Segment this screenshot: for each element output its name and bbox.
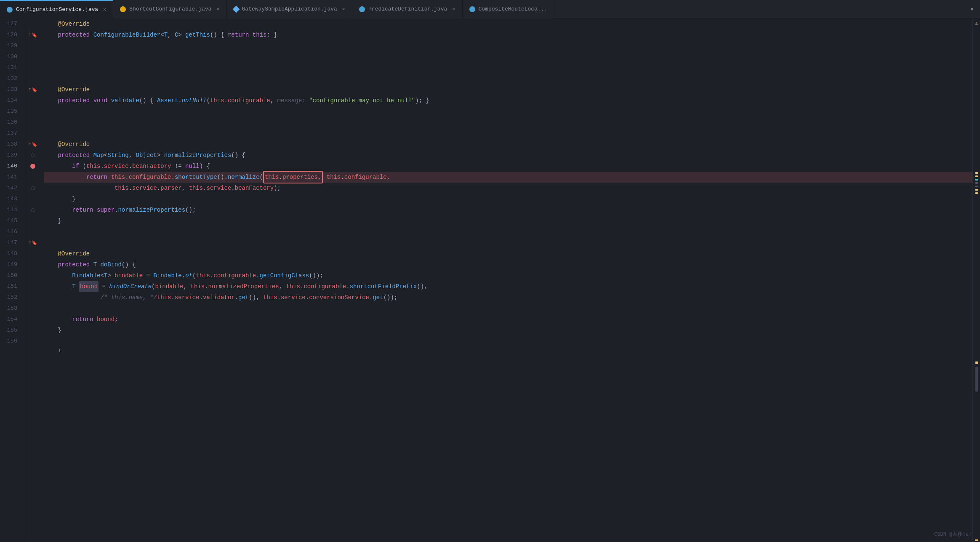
code-line-155 [44, 336, 972, 347]
type-t-148: T [93, 259, 101, 270]
spaces-150 [44, 281, 72, 292]
kw-return-140: return [86, 172, 111, 183]
scroll-indicator [975, 361, 978, 364]
ln-155: 155 [0, 325, 21, 336]
field-beanFactory-139: beanFactory [132, 161, 171, 172]
plain-close-141: ); [274, 183, 281, 194]
tab-close-config[interactable]: ✕ [103, 6, 106, 13]
indicator-2 [975, 175, 978, 177]
this2-150: this [286, 281, 300, 292]
gutter-150 [25, 270, 40, 281]
ln-142: 142 [0, 183, 21, 194]
plain-dot4-141: . [231, 183, 234, 194]
ln-147: 147 [0, 237, 21, 248]
bookmark-icon-144: ⬡ [31, 207, 35, 213]
plain-dot-151: . [171, 292, 174, 303]
tab-shortcut[interactable]: ShortcutConfigurable.java ✕ [113, 0, 226, 19]
spaces-151 [44, 292, 100, 303]
spaces-144: } [44, 215, 61, 226]
var-bound-150: bound [79, 281, 99, 292]
indicator-1 [975, 172, 978, 174]
breakpoint-140[interactable] [30, 164, 35, 169]
tab-gateway[interactable]: GatewaySampleApplication.java ✕ [227, 0, 352, 19]
ln-140: 140 [0, 161, 21, 172]
code-line-150: T bound = bindOrCreate(bindable, this.no… [44, 281, 972, 292]
gutter-140[interactable] [25, 161, 40, 172]
tab-icon-shortcut [120, 6, 126, 12]
code-line-156: └ [44, 347, 972, 358]
this2-141: this [189, 183, 203, 194]
indicator-3 [975, 179, 978, 181]
tab-overflow[interactable]: ▾ [964, 5, 980, 13]
field-configurable-133: configurable [228, 95, 270, 106]
code-line-154: } [44, 325, 972, 336]
tab-icon-predicate [359, 6, 365, 12]
fn-doBind-148: doBind [100, 259, 121, 270]
fn-normalize-140: normalize [228, 172, 260, 183]
plain-eq-150: = [99, 281, 109, 292]
ln-150: 150 [0, 270, 21, 281]
code-area: 127 128 129 130 131 132 133 134 135 136 … [0, 19, 980, 542]
ln-127: 127 [0, 19, 21, 29]
tab-composite[interactable]: CompositeRouteLoca... [463, 0, 555, 19]
field-bindable-149: bindable [115, 270, 143, 281]
tab-predicate[interactable]: PredicateDefinition.java ✕ [352, 0, 462, 19]
spaces-149 [44, 270, 72, 281]
gutter-143 [25, 194, 40, 205]
code-line-138: protected Map<String, Object> normalizeP… [44, 150, 972, 161]
watermark: CSDN @大楼TuT [934, 531, 972, 538]
gutter-147[interactable]: ↑ 🔖 [25, 237, 40, 248]
tab-close-predicate[interactable]: ✕ [452, 6, 455, 12]
gutter-133[interactable]: ↑ 🔖 [25, 84, 40, 95]
spaces-140 [44, 172, 86, 183]
code-lines[interactable]: @Override protected ConfigurableBuilder<… [40, 19, 972, 542]
indicator-bottom-1 [975, 539, 978, 541]
code-line-128: protected ConfigurableBuilder<T, C> getT… [44, 29, 972, 40]
field-configurable2-140: configurable [344, 172, 387, 183]
kw-if-139: if [72, 161, 83, 172]
up-arrow-icon-128: ↑ [28, 32, 31, 38]
plain-dot2-150: . [300, 281, 304, 292]
this-140: this [111, 172, 125, 183]
annotation-override-147: @Override [44, 248, 90, 259]
indicator-5 [975, 186, 978, 187]
gutter-148 [25, 248, 40, 259]
bookmark-icon-133: 🔖 [32, 87, 37, 93]
up-arrow-icon-133: ↑ [28, 87, 31, 93]
spaces-153 [44, 314, 72, 325]
highlight-box-140: this.properties, [263, 171, 323, 183]
gutter-127 [25, 19, 40, 29]
scrollbar-thumb[interactable] [975, 367, 978, 392]
type-c-128: C [175, 29, 178, 40]
up-arrow-icon-138: ↑ [28, 141, 31, 147]
plain-dot3-140: . [279, 174, 282, 181]
this2-140: this [265, 174, 279, 181]
tab-close-gateway[interactable]: ✕ [342, 6, 345, 12]
plain-paren-150: ( [152, 281, 155, 292]
this-141: this [115, 183, 129, 194]
tab-icon-config [7, 7, 13, 13]
gutter-149 [25, 259, 40, 270]
ln-128: 128 [0, 29, 21, 40]
gutter-130 [25, 51, 40, 62]
type-t2-149: T [104, 270, 107, 281]
gutter-139: ⬡ [25, 150, 40, 161]
plain-dot3-149: . [256, 270, 259, 281]
gutter-138[interactable]: ↑ 🔖 [25, 139, 40, 150]
bookmark-icon-138: 🔖 [32, 142, 37, 147]
plain-dot-143: . [115, 205, 118, 215]
plain-comma-133: , [270, 95, 277, 106]
code-line-133: @Override [44, 84, 972, 95]
kw-protected-138: protected [44, 150, 93, 161]
ln-134: 134 [0, 95, 21, 106]
type-configurable-128: ConfigurableBuilder [93, 29, 161, 40]
plain-paren2-149: ()); [309, 270, 323, 281]
field-service-151: service [175, 292, 200, 303]
gutter-128[interactable]: ↑ 🔖 [25, 29, 40, 40]
tab-close-shortcut[interactable]: ✕ [216, 6, 219, 12]
gutter-156 [25, 336, 40, 347]
fn-get2-151: get [373, 292, 383, 303]
plain-close-139: ) { [200, 161, 210, 172]
tab-config[interactable]: ConfigurationService.java ✕ [0, 0, 113, 19]
gutter-134 [25, 95, 40, 106]
